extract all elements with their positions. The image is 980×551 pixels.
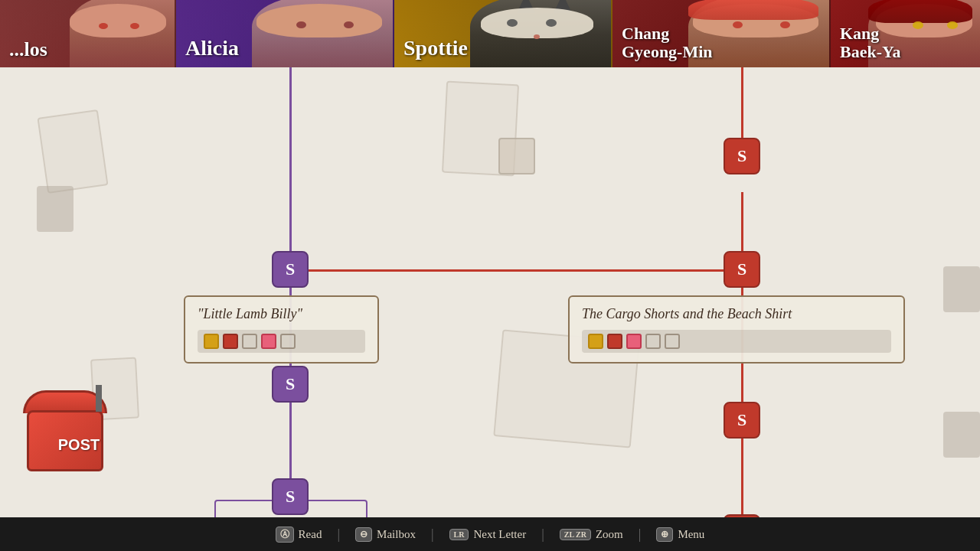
- bottom-zoom[interactable]: ZL ZR Zoom: [544, 528, 639, 541]
- story-map: S S S S S S S "Little Lamb Billy" The Ca…: [0, 67, 980, 517]
- bottom-bar: Ⓐ Read | ⊖ Mailbox | LR Next Letter | ZL…: [0, 517, 980, 551]
- portrait-alicia[interactable]: Alicia: [176, 0, 394, 67]
- zoom-badge: ZL ZR: [560, 529, 591, 540]
- postbox-flag: [96, 385, 102, 412]
- postbox-body: POST: [27, 410, 103, 471]
- side-rect-right-top: [943, 266, 980, 312]
- dot-4: [261, 334, 276, 349]
- menu-label: Menu: [678, 528, 704, 541]
- dot-3: [242, 334, 257, 349]
- postbox[interactable]: POST: [15, 380, 115, 471]
- portrait-spottie[interactable]: Spottie: [394, 0, 612, 67]
- s-node-purple-mid[interactable]: S: [272, 366, 309, 403]
- card-cargo-shorts[interactable]: The Cargo Shorts and the Beach Shirt: [568, 295, 905, 364]
- char-name-alicia: Alicia: [176, 29, 248, 67]
- card-title-cargo-shorts: The Cargo Shorts and the Beach Shirt: [582, 306, 891, 322]
- portrait-carlos[interactable]: ...los: [0, 0, 176, 67]
- dot-1: [204, 334, 219, 349]
- card-little-lamb[interactable]: "Little Lamb Billy": [184, 295, 379, 364]
- dot-5: [280, 334, 296, 349]
- empty-node-top: [498, 138, 535, 174]
- s-node-red-mid-top[interactable]: S: [724, 251, 760, 288]
- read-badge: Ⓐ: [276, 527, 294, 543]
- bg-decoration: [37, 109, 108, 194]
- dot-2: [607, 334, 622, 349]
- bottom-read[interactable]: Ⓐ Read: [260, 527, 338, 543]
- s-node-red-top[interactable]: S: [724, 138, 760, 174]
- dot-3: [626, 334, 642, 349]
- bottom-mailbox[interactable]: ⊖ Mailbox: [340, 527, 431, 542]
- bottom-next-letter[interactable]: LR Next Letter: [434, 528, 542, 541]
- red-vline-bot: [741, 439, 743, 517]
- portrait-chang[interactable]: Chang Gyeong-Min: [612, 0, 831, 67]
- dot-2: [223, 334, 238, 349]
- character-header: ...los Alicia Spottie Chang Gyeong-Min: [0, 0, 980, 67]
- horizontal-connector: [308, 269, 726, 272]
- next-letter-label: Next Letter: [473, 528, 526, 541]
- dot-4: [645, 334, 661, 349]
- progress-dots-little-lamb: [198, 330, 365, 353]
- char-name-kang: Kang Baek-Ya: [831, 18, 910, 67]
- s-node-purple-top[interactable]: S: [272, 251, 309, 288]
- menu-badge: ⊕: [656, 527, 673, 542]
- mailbox-label: Mailbox: [377, 528, 416, 541]
- side-rect-right-bot: [943, 412, 980, 458]
- char-name-spottie: Spottie: [394, 29, 477, 67]
- progress-dots-cargo-shorts: [582, 330, 891, 353]
- mailbox-badge: ⊖: [355, 527, 372, 542]
- zoom-label: Zoom: [596, 528, 623, 541]
- char-name-chang: Chang Gyeong-Min: [612, 18, 722, 67]
- dot-1: [588, 334, 603, 349]
- read-label: Read: [299, 528, 322, 541]
- card-title-little-lamb: "Little Lamb Billy": [198, 306, 365, 322]
- postbox-label: POST: [44, 436, 113, 454]
- next-letter-badge: LR: [449, 529, 469, 540]
- s-node-red-mid[interactable]: S: [724, 402, 760, 439]
- s-node-purple-bot[interactable]: S: [272, 478, 309, 515]
- bottom-menu[interactable]: ⊕ Menu: [641, 527, 720, 542]
- purple-vline-top: [289, 67, 292, 270]
- char-name-carlos: ...los: [0, 31, 57, 67]
- portrait-kang[interactable]: Kang Baek-Ya: [831, 0, 980, 67]
- dot-5: [665, 334, 680, 349]
- side-rect-left: [37, 186, 74, 232]
